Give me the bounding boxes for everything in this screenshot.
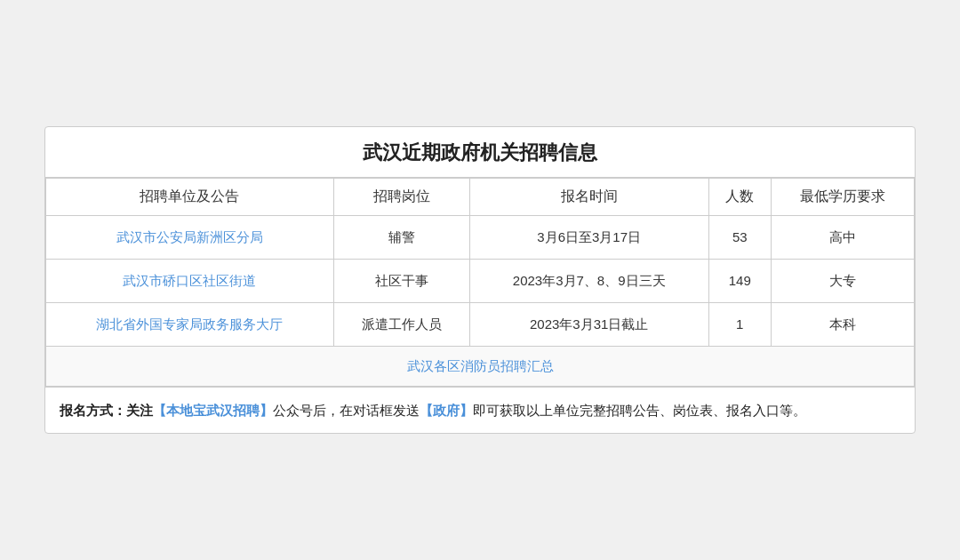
note-prefix: 报名方式：关注 [60,403,153,418]
col-count: 人数 [708,179,771,216]
note-highlight2: 【政府】 [420,403,473,418]
recruitment-table: 招聘单位及公告 招聘岗位 报名时间 人数 最低学历要求 武汉市公安局新洲区分局 … [45,178,915,387]
position-1: 辅警 [333,216,469,260]
footer-link[interactable]: 武汉各区消防员招聘汇总 [46,347,915,387]
position-2: 社区干事 [333,260,469,303]
col-position: 招聘岗位 [333,179,469,216]
unit-name-1[interactable]: 武汉市公安局新洲区分局 [46,216,334,260]
count-3: 1 [708,303,771,347]
footer-link-row: 武汉各区消防员招聘汇总 [46,347,915,387]
note-middle: 公众号后，在对话框发送 [273,403,420,418]
unit-name-3[interactable]: 湖北省外国专家局政务服务大厅 [46,303,334,347]
note-suffix: 即可获取以上单位完整招聘公告、岗位表、报名入口等。 [473,403,806,418]
note-highlight1: 【本地宝武汉招聘】 [153,403,273,418]
edu-2: 大专 [771,260,914,303]
count-1: 53 [708,216,771,260]
table-header-row: 招聘单位及公告 招聘岗位 报名时间 人数 最低学历要求 [46,179,915,216]
col-unit: 招聘单位及公告 [46,179,334,216]
col-edu: 最低学历要求 [771,179,914,216]
time-2: 2023年3月7、8、9日三天 [469,260,708,303]
time-1: 3月6日至3月17日 [469,216,708,260]
bottom-note: 报名方式：关注【本地宝武汉招聘】公众号后，在对话框发送【政府】即可获取以上单位完… [45,387,915,433]
position-3: 派遣工作人员 [333,303,469,347]
table-row: 湖北省外国专家局政务服务大厅 派遣工作人员 2023年3月31日截止 1 本科 [46,303,915,347]
col-time: 报名时间 [469,179,708,216]
table-row: 武汉市公安局新洲区分局 辅警 3月6日至3月17日 53 高中 [46,216,915,260]
time-3: 2023年3月31日截止 [469,303,708,347]
table-row: 武汉市硚口区社区街道 社区干事 2023年3月7、8、9日三天 149 大专 [46,260,915,303]
main-card: 武汉近期政府机关招聘信息 招聘单位及公告 招聘岗位 报名时间 人数 最低学历要求… [44,126,916,434]
page-title: 武汉近期政府机关招聘信息 [45,127,915,178]
count-2: 149 [708,260,771,303]
edu-3: 本科 [771,303,914,347]
unit-name-2[interactable]: 武汉市硚口区社区街道 [46,260,334,303]
edu-1: 高中 [771,216,914,260]
